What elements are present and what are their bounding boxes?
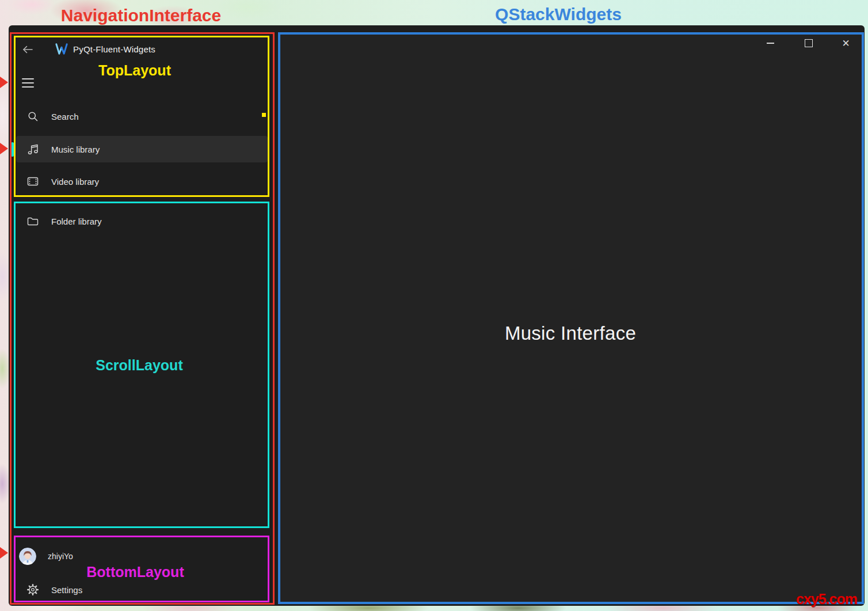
red-arrow-annotation <box>0 143 8 154</box>
sidebar-item-search[interactable]: Search <box>16 103 268 130</box>
selected-item-indicator <box>11 142 14 157</box>
maximize-icon <box>805 39 813 47</box>
top-layout-label: TopLayout <box>98 62 171 79</box>
app-title: PyQt-Fluent-Widgets <box>73 44 155 54</box>
sidebar-item-video-library[interactable]: Video library <box>16 168 268 195</box>
avatar[interactable] <box>19 548 36 565</box>
scroll-layout-label: ScrollLayout <box>96 357 182 374</box>
sidebar-item-label: Folder library <box>51 217 102 226</box>
minimize-icon <box>767 43 774 44</box>
bottom-layout-label: BottomLayout <box>86 564 184 580</box>
close-icon: ✕ <box>842 37 850 50</box>
hamburger-icon <box>22 78 34 88</box>
sidebar-item-music-library[interactable]: Music library <box>16 136 268 162</box>
page-title: Music Interface <box>505 322 636 344</box>
red-arrow-annotation <box>0 77 8 88</box>
sidebar-item-settings[interactable]: Settings <box>16 578 268 601</box>
sidebar-item-label: Settings <box>51 585 82 595</box>
maximize-button[interactable] <box>795 33 821 53</box>
sidebar-item-label: Music library <box>51 145 100 154</box>
search-icon <box>26 109 40 123</box>
navigation-interface-label: NavigationInterface <box>61 6 221 25</box>
screenshot-stage: Music Interface ✕ PyQt-Fluent-Widgets <box>0 0 868 611</box>
red-arrow-annotation <box>0 547 8 559</box>
minimize-button[interactable] <box>757 33 783 53</box>
app-logo-icon <box>55 43 68 55</box>
folder-icon <box>26 214 40 228</box>
sidebar-item-label: Video library <box>51 177 99 187</box>
annotation-handle-dot <box>262 113 266 117</box>
music-note-icon <box>26 142 40 156</box>
film-icon <box>26 174 40 188</box>
qstack-widgets-label: QStackWidgets <box>495 5 622 24</box>
menu-button[interactable] <box>17 73 38 93</box>
gear-icon <box>26 583 40 597</box>
sidebar-item-folder-library[interactable]: Folder library <box>16 208 268 234</box>
sidebar-item-label: Search <box>51 112 79 122</box>
back-arrow-icon <box>21 43 35 56</box>
close-button[interactable]: ✕ <box>833 33 859 53</box>
user-name: zhiyiYo <box>48 552 73 561</box>
back-button[interactable] <box>20 41 36 58</box>
watermark: cxy5.com <box>796 591 857 608</box>
